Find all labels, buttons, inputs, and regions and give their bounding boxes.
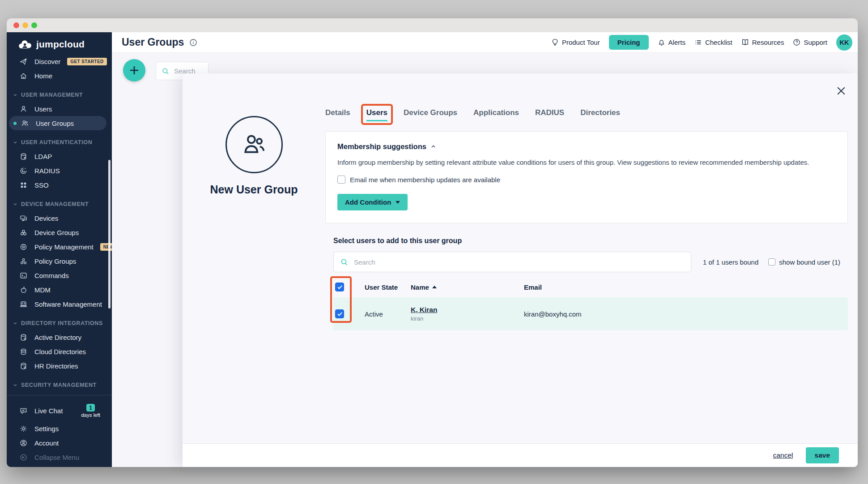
tab-bar: Details Users Device Groups Applications… xyxy=(325,108,848,117)
sidebar-item-label: Devices xyxy=(34,214,58,222)
grid-icon xyxy=(19,181,28,189)
group-summary-column: New User Group xyxy=(183,73,325,443)
sidebar-item-discover[interactable]: Discover GET STARTED xyxy=(7,54,112,69)
save-button[interactable]: save xyxy=(806,447,839,463)
sidebar-item-label: Policy Groups xyxy=(34,257,76,265)
sidebar-scrollbar[interactable] xyxy=(108,160,111,308)
section-user-authentication[interactable]: USER AUTHENTICATION xyxy=(7,136,112,149)
sidebar-item-label: Policy Management xyxy=(34,243,94,251)
sidebar-item-collapse-menu[interactable]: Collapse Menu xyxy=(7,450,112,464)
sidebar-item-label: Collapse Menu xyxy=(34,454,79,461)
select-all-checkbox[interactable] xyxy=(335,283,344,291)
user-groups-page: New User Group Details Users xyxy=(112,53,858,467)
resources-button[interactable]: Resources xyxy=(741,39,784,46)
alerts-button[interactable]: Alerts xyxy=(658,39,685,46)
close-window-button[interactable] xyxy=(13,22,19,28)
tab-device-groups[interactable]: Device Groups xyxy=(404,108,457,117)
search-icon xyxy=(162,67,170,75)
sidebar-item-label: Home xyxy=(34,72,52,80)
tab-users[interactable]: Users xyxy=(366,108,387,117)
user-search-input[interactable] xyxy=(354,258,685,266)
sidebar-item-cloud-directories[interactable]: Cloud Directories xyxy=(7,344,112,359)
sidebar-item-radius[interactable]: RADIUS xyxy=(7,163,112,178)
jumpcloud-logo[interactable]: jumpcloud xyxy=(7,32,112,54)
tab-radius[interactable]: RADIUS xyxy=(535,108,564,117)
add-group-button[interactable] xyxy=(123,59,145,81)
row-checkbox[interactable] xyxy=(335,309,344,318)
product-tour-button[interactable]: Product Tour xyxy=(551,39,600,46)
close-icon[interactable] xyxy=(835,85,847,97)
desktop: jumpcloud Discover GET STARTED Home US xyxy=(0,0,868,484)
email-updates-checkbox[interactable] xyxy=(337,176,345,184)
user-name-link[interactable]: K, Kiran xyxy=(411,306,437,314)
user-avatar[interactable]: KK xyxy=(836,34,852,51)
sidebar-item-label: Users xyxy=(34,105,52,113)
sidebar-item-home[interactable]: Home xyxy=(7,69,112,83)
user-group-icon xyxy=(21,119,29,128)
sidebar-item-policy-management[interactable]: Policy Management NEW xyxy=(7,240,112,254)
column-header-name[interactable]: Name xyxy=(411,283,524,291)
group-name: New User Group xyxy=(210,183,298,196)
question-circle-icon xyxy=(793,39,800,46)
section-directory-integrations[interactable]: DIRECTORY INTEGRATIONS xyxy=(7,317,112,330)
panel-footer: cancel save xyxy=(183,443,858,467)
tab-details[interactable]: Details xyxy=(325,108,350,117)
sidebar-item-label: MDM xyxy=(34,286,51,294)
sidebar-item-hr-directories[interactable]: HR Directories xyxy=(7,359,112,373)
pricing-button[interactable]: Pricing xyxy=(609,35,649,50)
sidebar-item-users[interactable]: Users xyxy=(7,102,112,116)
sidebar-item-mdm[interactable]: MDM xyxy=(7,283,112,297)
section-title: USER MANAGEMENT xyxy=(21,92,83,98)
section-device-management[interactable]: DEVICE MANAGEMENT xyxy=(7,197,112,211)
check-icon xyxy=(337,311,343,317)
sidebar-item-active-directory[interactable]: Active Directory xyxy=(7,330,112,344)
membership-suggestions-card: Membership suggestions Inform group memb… xyxy=(325,131,848,223)
sidebar-item-device-groups[interactable]: Device Groups xyxy=(7,225,112,240)
column-header-email[interactable]: Email xyxy=(524,283,848,291)
hr-database-icon xyxy=(19,362,28,370)
chevron-down-icon xyxy=(13,383,17,387)
add-condition-button[interactable]: Add Condition xyxy=(337,194,408,210)
sidebar-item-settings[interactable]: Settings xyxy=(7,421,112,436)
email-updates-label: Email me when membership updates are ava… xyxy=(350,176,500,184)
minimize-window-button[interactable] xyxy=(22,22,28,28)
table-row[interactable]: Active K, Kiran kiran kiran@bo xyxy=(333,297,848,330)
info-icon[interactable] xyxy=(189,39,197,47)
terminal-icon xyxy=(19,271,28,280)
paper-plane-icon xyxy=(19,57,28,66)
sidebar-item-commands[interactable]: Commands xyxy=(7,268,112,283)
section-title: DEVICE MANAGEMENT xyxy=(21,201,89,207)
cancel-button[interactable]: cancel xyxy=(773,451,793,459)
section-security-management[interactable]: SECURITY MANAGEMENT xyxy=(7,378,112,392)
membership-suggestions-description: Inform group membership by setting relev… xyxy=(337,158,836,166)
sidebar-item-label: LDAP xyxy=(34,153,52,160)
sidebar-item-user-groups[interactable]: User Groups xyxy=(9,116,106,130)
check-icon xyxy=(337,284,343,290)
show-bound-user-checkbox[interactable] xyxy=(768,258,775,266)
tab-directories[interactable]: Directories xyxy=(580,108,620,117)
support-button[interactable]: Support xyxy=(793,39,827,46)
column-header-user-state[interactable]: User State xyxy=(365,283,411,291)
maximize-window-button[interactable] xyxy=(31,22,37,28)
user-search-box[interactable] xyxy=(333,252,691,272)
account-icon xyxy=(19,439,28,447)
new-user-group-panel: New User Group Details Users xyxy=(183,73,858,467)
devices-icon xyxy=(19,214,28,223)
sidebar-item-live-chat[interactable]: Live Chat 1 days left xyxy=(7,400,112,421)
sidebar-footer: Live Chat 1 days left Settings Account xyxy=(7,395,112,467)
username-subtext: kiran xyxy=(411,315,437,322)
sidebar-item-sso[interactable]: SSO xyxy=(7,178,112,192)
sidebar-item-policy-groups[interactable]: Policy Groups xyxy=(7,254,112,268)
tab-applications[interactable]: Applications xyxy=(473,108,519,117)
section-user-management[interactable]: USER MANAGEMENT xyxy=(7,88,112,102)
sidebar-item-devices[interactable]: Devices xyxy=(7,211,112,225)
checklist-button[interactable]: Checklist xyxy=(694,39,732,46)
sidebar: jumpcloud Discover GET STARTED Home US xyxy=(7,32,112,467)
chevron-down-icon xyxy=(13,321,17,326)
bell-icon xyxy=(658,39,665,46)
radius-icon xyxy=(19,167,28,175)
membership-suggestions-toggle[interactable]: Membership suggestions xyxy=(337,142,836,151)
sidebar-item-software-management[interactable]: Software Management xyxy=(7,297,112,311)
sidebar-item-ldap[interactable]: LDAP xyxy=(7,149,112,163)
sidebar-item-account[interactable]: Account xyxy=(7,436,112,450)
